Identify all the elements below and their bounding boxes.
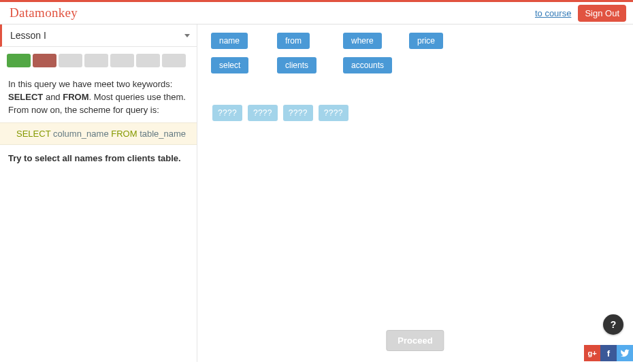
token-price[interactable]: price (409, 33, 443, 49)
progress-step-5[interactable] (110, 54, 134, 67)
answer-slots: ???? ???? ???? ???? (212, 105, 619, 121)
instr-kw-from: FROM (63, 92, 88, 102)
instr-part-a: In this query we have meet two keywords: (8, 79, 172, 89)
googleplus-icon[interactable]: g+ (584, 345, 600, 361)
lesson-dropdown[interactable]: Lesson I (0, 24, 197, 47)
token-clients[interactable]: clients (277, 57, 316, 73)
answer-slot-4[interactable]: ???? (319, 105, 348, 121)
instr-part-b: and (43, 92, 63, 102)
token-accounts[interactable]: accounts (343, 57, 392, 73)
token-row-1: name from where price (211, 33, 619, 49)
task-text: Try to select all names from clients tab… (0, 145, 197, 171)
scheme-col: column_name (50, 129, 111, 139)
token-select[interactable]: select (211, 57, 248, 73)
progress-step-2[interactable] (33, 54, 56, 67)
header: Datamonkey to course Sign Out (0, 2, 633, 24)
brand-title: Datamonkey (10, 5, 78, 20)
token-row-2: select clients accounts (211, 57, 619, 73)
query-scheme: SELECT column_name FROM table_name (0, 122, 197, 145)
content: Lesson I In this query we have meet two … (0, 24, 633, 362)
progress-step-4[interactable] (84, 54, 108, 67)
answer-slot-3[interactable]: ???? (283, 105, 313, 121)
scheme-tbl: table_name (137, 129, 186, 139)
scheme-from-kw: FROM (111, 129, 137, 139)
facebook-icon[interactable]: f (600, 345, 617, 361)
to-course-link[interactable]: to course (535, 8, 571, 18)
lesson-title: Lesson I (10, 30, 46, 41)
sign-out-button[interactable]: Sign Out (578, 5, 626, 22)
social-row: g+ f (584, 345, 633, 361)
progress-row (0, 47, 197, 73)
answer-slot-1[interactable]: ???? (212, 105, 242, 121)
instructions-text: In this query we have meet two keywords:… (0, 73, 197, 122)
token-name[interactable]: name (211, 33, 248, 49)
proceed-button[interactable]: Proceed (386, 330, 444, 351)
chevron-down-icon (184, 34, 190, 37)
progress-step-7[interactable] (162, 54, 186, 67)
token-from[interactable]: from (277, 33, 310, 49)
scheme-select-kw: SELECT (16, 129, 50, 139)
instr-kw-select: SELECT (8, 92, 43, 102)
progress-step-1[interactable] (7, 54, 31, 67)
header-right: to course Sign Out (535, 5, 626, 22)
progress-step-6[interactable] (136, 54, 160, 67)
progress-step-3[interactable] (59, 54, 82, 67)
twitter-icon[interactable] (617, 345, 633, 361)
answer-slot-2[interactable]: ???? (248, 105, 278, 121)
left-panel: Lesson I In this query we have meet two … (0, 24, 197, 362)
help-button[interactable]: ? (603, 314, 623, 335)
token-where[interactable]: where (343, 33, 382, 49)
main-panel: name from where price select clients acc… (197, 24, 633, 362)
